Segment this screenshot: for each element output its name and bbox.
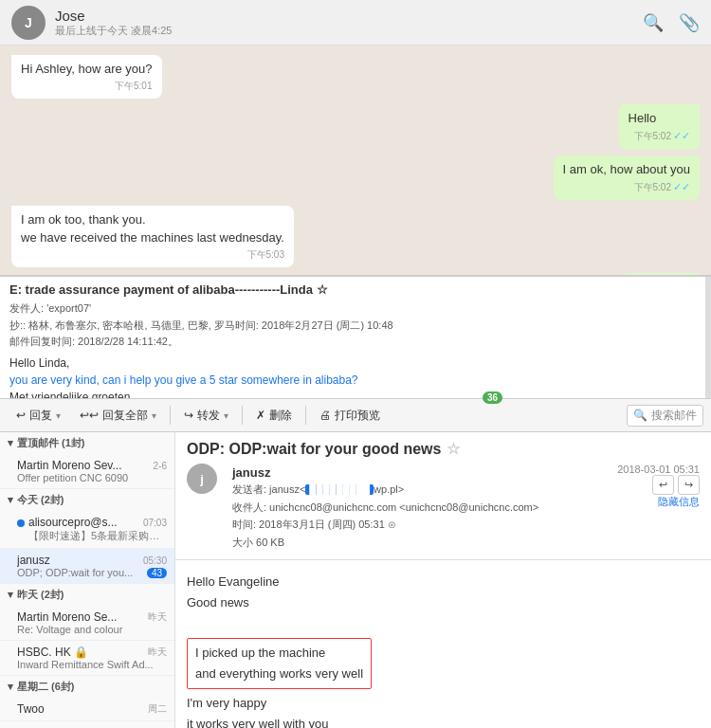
forward-button[interactable]: ↪ 转发 ▾ (175, 404, 237, 428)
contact-status: 最后上线于今天 凌晨4:25 (55, 24, 643, 38)
unread-dot (17, 519, 25, 527)
divider (305, 406, 306, 425)
reply-all-button[interactable]: ↩↩ 回复全部 ▾ (71, 404, 165, 428)
message-bubble-sent: I am ok, how about you 下午5:02 ✓✓ (554, 155, 700, 201)
email-view-title: ODP: ODP:wait for your good news ☆ (187, 440, 700, 458)
collapse-arrow: ▾ (8, 589, 13, 601)
email-preview-1: E: trade assurance payment of alibaba---… (0, 275, 711, 398)
sidebar-section-wednesday[interactable]: ▾ 星期二 (6封) (0, 676, 174, 698)
delete-icon: ✗ (256, 409, 265, 422)
chat-header: J Jose 最后上线于今天 凌晨4:25 🔍 📎 (0, 0, 711, 46)
sidebar-item[interactable]: alisourcepro@s... 07:03 【限时速递】5条最新采购需... (0, 511, 174, 549)
message-bubble-received: I am ok too, thank you.we have received … (11, 206, 294, 266)
email-view-details: 发送者: janusz<█████████wp.pl> 收件人: unichcn… (232, 481, 538, 552)
contact-avatar: J (11, 6, 46, 40)
sidebar-item[interactable]: HSBC. HK 🔒 昨天 Inward Remittance Swift Ad… (0, 641, 174, 676)
search-icon: 🔍 (633, 409, 647, 422)
sender-avatar: j (187, 464, 217, 494)
highlighted-text: I picked up the machineand everything wo… (187, 638, 372, 689)
sidebar-item[interactable]: Martin Moreno Se... 昨天 Re: Voltage and c… (0, 606, 174, 641)
paperclip-icon[interactable]: 📎 (679, 12, 700, 33)
email-body: Hello Evangeline Good news I picked up t… (175, 560, 711, 728)
print-button[interactable]: 🖨 打印预览 (311, 404, 389, 428)
dropdown-arrow-reply: ▾ (56, 410, 61, 421)
email-view-meta: j janusz 发送者: janusz<█████████wp.pl> 收件人… (187, 464, 700, 552)
reply-icon: ↩ (16, 409, 26, 422)
divider (170, 406, 171, 425)
email-client: ▾ 置顶邮件 (1封) Martin Moreno Sev... 2-6 Off… (0, 432, 711, 728)
email-meta: 发件人: 'export07' 抄:: 格林, 布鲁塞尔, 密本哈根, 马德里,… (9, 300, 702, 351)
print-icon: 🖨 (319, 409, 331, 422)
hide-info-link[interactable]: 隐藏信息 (658, 495, 700, 509)
star-icon[interactable]: ☆ (447, 440, 460, 458)
message-row: Hi Ashley, how are you? 下午5:01 (11, 55, 700, 99)
reply-button[interactable]: ↩ 回复 ▾ (8, 404, 69, 428)
email-view-header: ODP: ODP:wait for your good news ☆ j jan… (175, 432, 711, 560)
search-icon[interactable]: 🔍 (643, 12, 664, 33)
message-row: Hello 下午5:02 ✓✓ (11, 104, 700, 150)
collapse-arrow: ▾ (8, 681, 13, 693)
email-search[interactable]: 🔍 搜索邮件 (627, 405, 703, 427)
forward-icon: ↪ (184, 409, 193, 422)
dropdown-arrow-forward: ▾ (224, 410, 228, 421)
scrollbar[interactable] (705, 277, 711, 398)
header-icons: 🔍 📎 (643, 12, 700, 33)
message-bubble-received: Hi Ashley, how are you? 下午5:01 (11, 55, 162, 99)
contact-info: Jose 最后上线于今天 凌晨4:25 (55, 8, 643, 38)
sidebar-item[interactable]: Twoo 周二 (0, 698, 174, 721)
sidebar-section-today[interactable]: ▾ 今天 (2封) (0, 489, 174, 511)
contact-name: Jose (55, 8, 643, 24)
divider (242, 406, 243, 425)
forward-btn[interactable]: ↪ (678, 475, 700, 495)
collapse-arrow: ▾ (8, 494, 13, 506)
email-main-view: ODP: ODP:wait for your good news ☆ j jan… (175, 432, 711, 728)
sidebar-section-pinned[interactable]: ▾ 置顶邮件 (1封) (0, 432, 174, 454)
whatsapp-chat: J Jose 最后上线于今天 凌晨4:25 🔍 📎 Hi Ashley, how… (0, 0, 711, 275)
delete-button[interactable]: ✗ 删除 (247, 404, 301, 428)
reply-all-icon: ↩↩ (80, 409, 99, 422)
email-actions: ↩ ↪ (652, 475, 700, 495)
message-row: I am ok too, thank you.we have received … (11, 206, 700, 266)
email-body-1: Hello Linda, you are very kind, can i he… (9, 355, 702, 398)
email-subject: E: trade assurance payment of alibaba---… (9, 282, 702, 297)
sidebar-item-active[interactable]: janusz 05:30 ODP; ODP:wait for you... 43 (0, 549, 174, 584)
sidebar-section-yesterday[interactable]: ▾ 昨天 (2封) (0, 584, 174, 606)
collapse-arrow: ▾ (8, 437, 13, 449)
chat-messages: Hi Ashley, how are you? 下午5:01 Hello 下午5… (0, 46, 711, 275)
message-row: I am ok, how about you 下午5:02 ✓✓ (11, 155, 700, 201)
sidebar-item[interactable]: Martin Moreno Sev... 2-6 Offer petition … (0, 454, 174, 489)
reply-btn[interactable]: ↩ (652, 475, 674, 495)
email-sidebar: ▾ 置顶邮件 (1封) Martin Moreno Sev... 2-6 Off… (0, 432, 175, 728)
unread-badge: 36 (483, 391, 502, 404)
email-toolbar: ↩ 回复 ▾ ↩↩ 回复全部 ▾ ↪ 转发 ▾ ✗ 删除 🖨 打印预览 36 🔍… (0, 398, 711, 432)
message-bubble-sent: Hello 下午5:02 ✓✓ (619, 104, 700, 150)
dropdown-arrow-replyall: ▾ (152, 410, 156, 421)
